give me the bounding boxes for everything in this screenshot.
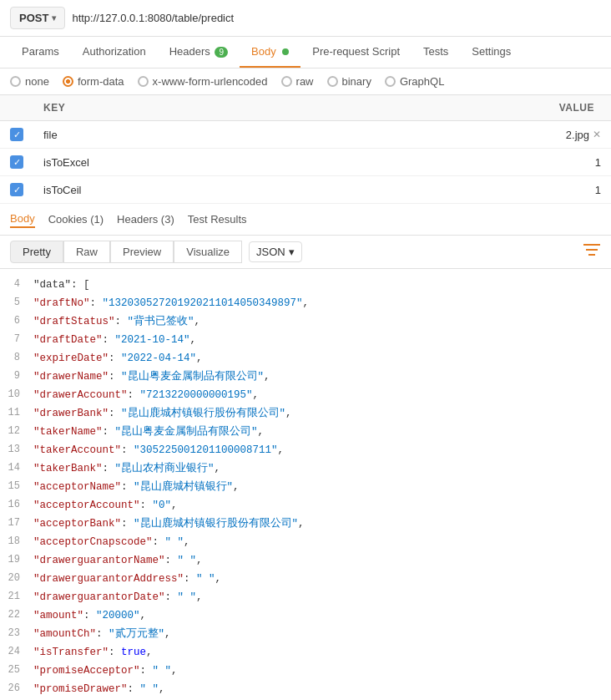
view-raw[interactable]: Raw (63, 241, 110, 263)
token-k: "drawerguarantorName" (33, 555, 165, 566)
code-line: 14 "takerBank": "昆山农村商业银行", (0, 459, 611, 478)
view-pretty[interactable]: Pretty (10, 241, 63, 263)
radio-none-label: none (25, 75, 49, 88)
radio-graphql[interactable]: GraphQL (385, 75, 444, 88)
line-number: 11 (0, 405, 33, 422)
tab-tests[interactable]: Tests (412, 37, 460, 68)
view-preview[interactable]: Preview (110, 241, 174, 263)
token-k: "promiseDrawer" (33, 683, 128, 695)
radio-none-circle (10, 76, 21, 87)
token-s: "昆山农村商业银行" (115, 463, 215, 474)
tab-headers[interactable]: Headers 9 (158, 37, 240, 68)
token-p: , (303, 297, 310, 309)
code-line: 21 "drawerguarantorDate": " ", (0, 588, 611, 606)
line-number: 10 (0, 387, 33, 403)
line-number: 9 (0, 368, 33, 385)
url-bar: POST ▾ (0, 0, 611, 37)
tab-body[interactable]: Body (240, 37, 300, 68)
remove-file-icon[interactable]: ✕ (593, 129, 601, 140)
form-table: KEY VALUE file2.jpg ✕isToExcel1isToCeil1 (0, 95, 611, 204)
filter-icon[interactable] (583, 242, 601, 261)
token-k: "draftStatus" (33, 316, 115, 327)
line-content: "promiseAcceptor": " ", (33, 662, 611, 679)
radio-urlencoded[interactable]: x-www-form-urlencoded (138, 75, 268, 88)
line-content: "takerName": "昆山粤麦金属制品有限公司", (33, 424, 611, 440)
checkbox[interactable] (10, 183, 23, 196)
line-content: "draftNo": "1320305272019202110140503498… (33, 295, 611, 312)
line-number: 14 (0, 460, 33, 477)
line-content: "amount": "20000", (33, 607, 611, 624)
radio-binary[interactable]: binary (327, 75, 371, 88)
token-p: , (146, 647, 153, 658)
code-line: 7 "draftDate": "2021-10-14", (0, 331, 611, 349)
code-line: 26 "promiseDrawer": " ", (0, 680, 611, 698)
col-checkbox (0, 95, 33, 121)
token-s: "昆山粤麦金属制品有限公司" (115, 426, 258, 438)
checkbox[interactable] (10, 155, 23, 169)
tab-pre-request-script[interactable]: Pre-request Script (300, 37, 412, 68)
token-p: "data": [ (33, 279, 90, 291)
json-toolbar: Pretty Raw Preview Visualize JSON ▾ (0, 236, 611, 269)
line-content: "acceptorName": "昆山鹿城村镇银行", (33, 479, 611, 495)
token-s: "昆山鹿城村镇银行股份有限公司" (121, 408, 285, 419)
resp-tab-headers[interactable]: Headers (3) (117, 211, 174, 227)
line-content: "acceptorBank": "昆山鹿城村镇银行股份有限公司", (33, 515, 611, 532)
checkbox[interactable] (10, 128, 23, 141)
token-p: : (121, 481, 134, 493)
resp-tab-body[interactable]: Body (10, 211, 35, 228)
token-s: " " (165, 536, 184, 548)
token-s: "305225001201100008711" (134, 444, 278, 456)
col-value: VALUE (331, 95, 611, 121)
token-p: , (258, 426, 265, 438)
col-key: KEY (33, 95, 331, 121)
code-line: 10 "drawerAccount": "7213220000000195", (0, 386, 611, 404)
token-b: true (121, 647, 146, 658)
radio-form-data[interactable]: form-data (63, 75, 124, 88)
line-number: 22 (0, 607, 33, 624)
table-row: isToExcel1 (0, 149, 611, 176)
tab-settings[interactable]: Settings (460, 37, 523, 68)
resp-tab-cookies[interactable]: Cookies (1) (48, 211, 104, 227)
token-s: " " (178, 555, 197, 566)
code-line: 8 "expireDate": "2022-04-14", (0, 349, 611, 368)
view-visualize[interactable]: Visualize (174, 241, 242, 263)
radio-binary-circle (327, 76, 338, 87)
token-p: , (233, 481, 240, 493)
line-content: "drawerAccount": "7213220000000195", (33, 387, 611, 403)
token-k: "isTransfer" (33, 647, 109, 658)
token-p: : (103, 463, 115, 474)
line-number: 19 (0, 552, 33, 569)
token-p: : (128, 389, 140, 401)
method-select[interactable]: POST ▾ (10, 7, 65, 29)
table-row: file2.jpg ✕ (0, 121, 611, 149)
line-number: 5 (0, 295, 33, 312)
token-s: "132030527201920211014050349897" (103, 297, 303, 309)
line-number: 13 (0, 442, 33, 459)
radio-graphql-label: GraphQL (400, 75, 444, 88)
format-select[interactable]: JSON ▾ (249, 241, 302, 262)
format-label: JSON (256, 246, 285, 258)
line-content: "draftStatus": "背书已签收", (33, 313, 611, 330)
radio-urlencoded-circle (138, 76, 149, 87)
radio-raw[interactable]: raw (281, 75, 314, 88)
code-line: 16 "acceptorAccount": "0", (0, 496, 611, 515)
token-p: : (109, 408, 121, 419)
chevron-down-icon: ▾ (52, 13, 56, 23)
tab-authorization[interactable]: Authorization (71, 37, 158, 68)
token-s: "2022-04-14" (121, 353, 196, 364)
radio-form-data-circle (63, 76, 73, 87)
token-p: : (140, 500, 153, 511)
token-k: "acceptorAccount" (33, 500, 140, 511)
token-p: , (159, 683, 165, 695)
url-input[interactable] (72, 12, 601, 24)
tab-params[interactable]: Params (10, 37, 71, 68)
code-line: 23 "amountCh": "贰万元整", (0, 625, 611, 643)
token-k: "amount" (33, 610, 83, 621)
code-line: 22 "amount": "20000", (0, 606, 611, 625)
radio-none[interactable]: none (10, 75, 49, 88)
token-k: "draftNo" (33, 297, 90, 309)
code-line: 19 "drawerguarantorName": " ", (0, 551, 611, 570)
code-block[interactable]: 4 "data": [5 "draftNo": "132030527201920… (0, 269, 611, 700)
line-number: 7 (0, 332, 33, 348)
resp-tab-test-results[interactable]: Test Results (188, 211, 247, 227)
